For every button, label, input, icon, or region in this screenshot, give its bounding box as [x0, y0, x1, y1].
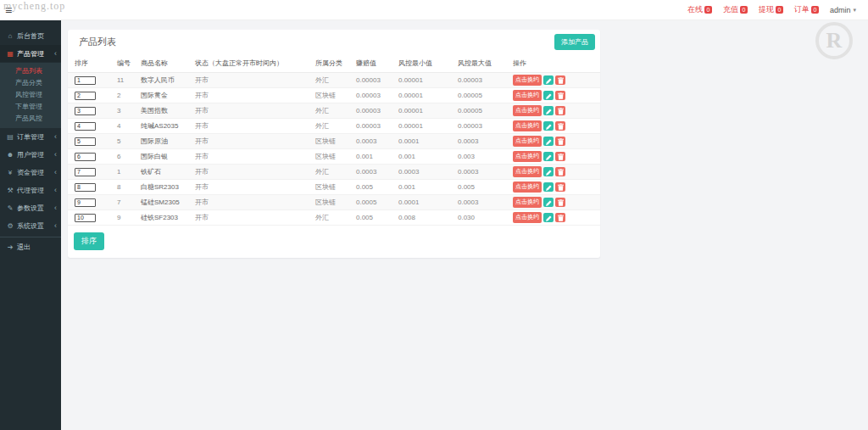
user-icon: ☻: [6, 151, 14, 159]
risk-max-value: 0.00003: [451, 73, 506, 88]
topbar-stats: 在线0充值0提现0订单0admin▾: [687, 4, 856, 15]
product-id: 1: [110, 165, 134, 180]
delete-button[interactable]: [555, 182, 565, 192]
product-name: 国际黄金: [134, 88, 188, 103]
change-contract-button[interactable]: 点击换约: [513, 105, 542, 115]
stat-label: 在线: [687, 4, 703, 15]
topbar-stat-order[interactable]: 订单0: [794, 4, 819, 15]
sort-input[interactable]: [75, 198, 96, 207]
sort-input[interactable]: [75, 183, 96, 192]
risk-min-value: 0.00001: [392, 103, 451, 119]
change-contract-button[interactable]: 点击换约: [513, 136, 542, 146]
product-status: 开市: [188, 134, 309, 149]
product-row: 4纯碱AS2035开市外汇0.000030.000010.00003点击换约: [68, 119, 600, 134]
edit-button[interactable]: [543, 167, 554, 176]
risk-min-value: 0.0001: [392, 134, 451, 149]
sidebar-item-logout[interactable]: ➔退出: [0, 237, 61, 256]
topbar-stat-recharge[interactable]: 充值0: [723, 4, 748, 15]
product-name: 铁矿石: [134, 165, 188, 180]
chevron-icon: ‹: [54, 186, 57, 194]
sort-input[interactable]: [75, 76, 96, 85]
change-contract-button[interactable]: 点击换约: [513, 120, 542, 131]
edit-button[interactable]: [543, 213, 554, 222]
risk-max-value: 0.0003: [451, 195, 506, 210]
add-product-button[interactable]: 添加产品: [554, 34, 595, 50]
delete-button[interactable]: [555, 137, 565, 146]
delete-button[interactable]: [555, 121, 565, 131]
page-title: 产品列表: [79, 36, 116, 48]
sort-input[interactable]: [75, 107, 96, 115]
product-category: 区块链: [309, 134, 349, 149]
product-name: 国际原油: [134, 134, 188, 149]
delete-button[interactable]: [555, 75, 565, 85]
sidebar-item-order-manage[interactable]: ▤订单管理‹: [0, 128, 61, 145]
profit-value: 0.0005: [349, 195, 392, 210]
edit-button[interactable]: [543, 137, 554, 146]
admin-menu[interactable]: admin▾: [830, 6, 856, 14]
brand-logo: R: [815, 22, 853, 59]
sidebar-item-agent-manage[interactable]: ⚒代理管理‹: [0, 181, 61, 198]
product-name: 数字人民币: [134, 73, 188, 88]
change-contract-button[interactable]: 点击换约: [513, 75, 542, 85]
sidebar-item-home[interactable]: ⌂后台首页: [0, 27, 61, 44]
chevron-icon: ‹: [54, 204, 57, 212]
sidebar-subitem-product-list[interactable]: 产品列表: [0, 64, 61, 76]
delete-button[interactable]: [555, 152, 565, 161]
delete-button[interactable]: [555, 213, 565, 222]
sidebar-item-product-manage[interactable]: ▦产品管理‹: [0, 45, 61, 62]
edit-button[interactable]: [543, 75, 554, 85]
sidebar-subitem-label: 产品风控: [15, 114, 42, 123]
product-category: 外汇: [309, 165, 349, 180]
trash-icon: [558, 211, 564, 224]
change-contract-button[interactable]: 点击换约: [513, 181, 542, 192]
delete-button[interactable]: [555, 106, 565, 115]
sort-input[interactable]: [75, 122, 96, 131]
edit-button[interactable]: [543, 198, 554, 207]
sort-input[interactable]: [75, 92, 96, 100]
product-icon: ▦: [6, 50, 14, 58]
change-contract-button[interactable]: 点击换约: [513, 151, 542, 161]
sidebar-item-label: 退出: [17, 243, 31, 252]
sidebar-subitem-product-category[interactable]: 产品分类: [0, 76, 61, 88]
sort-submit-button[interactable]: 排序: [74, 232, 104, 250]
topbar: ≡ 在线0充值0提现0订单0admin▾: [0, 0, 868, 20]
sidebar-subitem-product-risk[interactable]: 产品风控: [0, 112, 61, 124]
product-name: 美国指数: [134, 103, 188, 119]
delete-button[interactable]: [555, 167, 565, 176]
change-contract-button[interactable]: 点击换约: [513, 212, 542, 222]
sidebar-item-fund-manage[interactable]: ¥资金管理‹: [0, 164, 61, 181]
sidebar-subitem-label: 下单管理: [15, 102, 42, 111]
edit-button[interactable]: [543, 91, 554, 100]
product-name: 硅铁SF2303: [134, 210, 188, 226]
product-category: 外汇: [309, 210, 349, 226]
chevron-icon: ‹: [54, 150, 57, 159]
edit-button[interactable]: [543, 106, 554, 115]
topbar-stat-online[interactable]: 在线0: [687, 4, 712, 15]
sidebar-item-user-manage[interactable]: ☻用户管理‹: [0, 146, 61, 163]
sidebar-item-system-settings[interactable]: ⚙系统设置‹: [0, 217, 61, 234]
risk-min-value: 0.00001: [392, 119, 451, 134]
home-icon: ⌂: [6, 32, 14, 40]
sort-input[interactable]: [75, 168, 96, 176]
sort-input[interactable]: [75, 137, 96, 146]
chevron-icon: ‹: [54, 49, 57, 58]
edit-button[interactable]: [543, 182, 554, 192]
stat-label: 提现: [759, 4, 774, 15]
sort-input[interactable]: [75, 153, 96, 161]
change-contract-button[interactable]: 点击换约: [513, 166, 542, 176]
delete-button[interactable]: [555, 91, 565, 100]
admin-username: admin: [830, 6, 851, 14]
change-contract-button[interactable]: 点击换约: [513, 197, 542, 207]
products-table: 排序编号商品名称状态（大盘正常开市时间内）所属分类赚赔值风控最小值风控最大值操作…: [68, 54, 600, 226]
delete-button[interactable]: [555, 198, 565, 207]
edit-button[interactable]: [543, 152, 554, 161]
trash-icon: [558, 181, 564, 193]
edit-button[interactable]: [543, 121, 554, 131]
sidebar-item-param-settings[interactable]: ✎参数设置‹: [0, 199, 61, 216]
sidebar-subitem-risk-manage[interactable]: 风控管理: [0, 88, 61, 100]
change-contract-button[interactable]: 点击换约: [513, 90, 542, 100]
product-row: 8白糖SR2303开市区块链0.0050.0010.005点击换约: [68, 180, 600, 195]
topbar-stat-withdraw[interactable]: 提现0: [759, 4, 783, 15]
sidebar-subitem-place-order-manage[interactable]: 下单管理: [0, 100, 61, 112]
sort-input[interactable]: [75, 214, 96, 222]
